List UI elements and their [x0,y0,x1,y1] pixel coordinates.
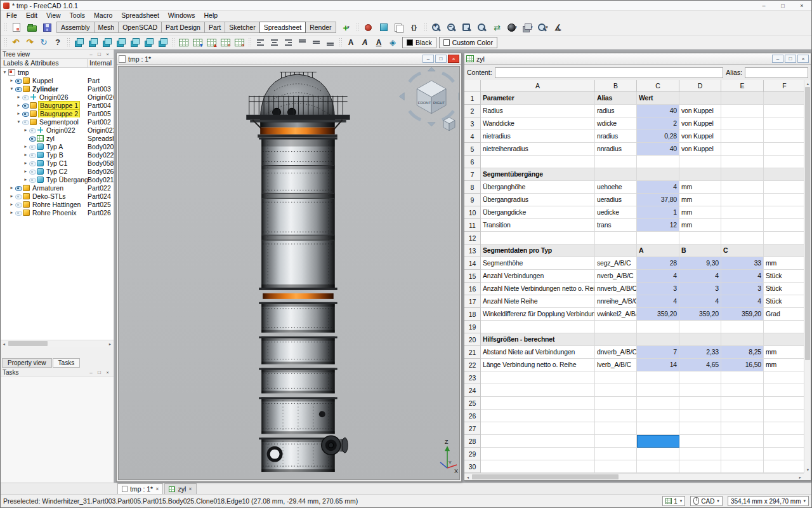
row-header-5[interactable]: 5 [464,143,481,156]
cell-A4[interactable]: nietradius [481,130,595,143]
menu-macro[interactable]: Macro [89,11,117,20]
expand-arrow-icon[interactable]: ▸ [16,110,22,116]
cell-F5[interactable] [764,143,804,156]
cell-F8[interactable] [764,181,804,194]
cell-F17[interactable]: Stück [764,295,804,308]
cell-B29[interactable] [595,448,637,460]
cell-F27[interactable] [764,422,804,435]
minimize-window-button[interactable]: – [754,1,773,10]
cell-C29[interactable] [637,448,679,460]
cell-B18[interactable]: vwinkel2_A/B/C [595,308,637,321]
cell-D14[interactable]: 9,30 [679,257,721,270]
view-top-button[interactable] [100,36,114,49]
view-bottom-button[interactable] [141,36,155,49]
cell-E27[interactable] [721,422,764,435]
measure-button[interactable]: ∡ [551,20,566,34]
tree-item-deko-stls[interactable]: ▸Deko-STLsPart024 [1,192,114,200]
cell-F30[interactable] [764,460,804,473]
expand-arrow-icon[interactable]: ▾ [2,69,8,75]
cell-C7[interactable] [637,168,679,181]
cell-F24[interactable] [764,384,804,397]
cell-A6[interactable] [481,156,595,168]
cell-E17[interactable]: 4 [721,295,764,308]
row-header-14[interactable]: 14 [464,257,481,270]
row-header-27[interactable]: 27 [464,422,481,435]
cell-D13[interactable]: B [679,244,721,257]
cell-E16[interactable]: 3 [721,283,764,295]
cell-A29[interactable] [481,448,595,460]
row-header-21[interactable]: 21 [464,346,481,359]
visibility-eye-icon[interactable] [29,126,36,133]
tree-item-typ-bergang[interactable]: ▸Typ ÜbergangBody021 [1,175,114,184]
expand-arrow-icon[interactable]: ▸ [23,152,29,157]
cell-C14[interactable]: 28 [637,257,679,270]
foreground-color-button[interactable]: Black [402,37,436,48]
cell-F11[interactable] [764,219,804,232]
save-document-button[interactable] [39,20,55,34]
cell-B19[interactable] [595,321,637,333]
new-document-button[interactable] [9,20,24,34]
cell-F7[interactable] [764,168,804,181]
row-header-12[interactable]: 12 [464,232,481,244]
row-header-10[interactable]: 10 [464,206,481,219]
cell-D2[interactable]: von Kuppel [679,105,721,117]
expand-arrow-icon[interactable]: ▸ [23,160,29,166]
cell-D4[interactable]: von Kuppel [679,130,721,143]
toolbar-handle[interactable] [67,37,70,48]
tree-item-baugruppe-1[interactable]: ▸Baugruppe 1Part004 [1,101,114,109]
menu-tools[interactable]: Tools [65,11,90,20]
cell-C12[interactable] [637,232,679,244]
cell-A1[interactable]: Parameter [481,92,595,105]
cell-F25[interactable] [764,397,804,410]
cell-C23[interactable] [637,371,679,384]
cell-F4[interactable] [764,130,804,143]
whats-this-button[interactable]: ? [51,36,65,49]
cell-C24[interactable] [637,384,679,397]
cell-content-input[interactable] [495,67,724,78]
cell-C13[interactable]: A [637,244,679,257]
cell-E7[interactable] [721,168,764,181]
cell-B24[interactable] [595,384,637,397]
toolbar-handle[interactable] [248,37,251,48]
visibility-eye-icon[interactable] [15,209,22,216]
cell-E4[interactable] [721,130,764,143]
toolbar-handle[interactable] [356,22,359,32]
cell-E22[interactable]: 16,50 [721,359,764,371]
row-header-16[interactable]: 16 [464,283,481,295]
undo-button[interactable]: ↶ [9,36,23,49]
grid-corner[interactable] [464,80,481,92]
column-header-C[interactable]: C [637,80,679,92]
navigation-style-combo[interactable]: CAD ▾ [690,496,723,506]
cell-D10[interactable]: mm [679,206,721,219]
align-left-button[interactable] [253,36,267,49]
cell-E26[interactable] [721,410,764,422]
tree-item-tmp[interactable]: ▾tmp [1,68,114,76]
cell-B15[interactable]: nverb_A/B/C [595,270,637,283]
cell-F2[interactable] [764,105,804,117]
cell-A20[interactable]: Hilfsgrößen - berechnet [481,333,595,346]
cell-E25[interactable] [721,397,764,410]
3d-view-titlebar[interactable]: tmp : 1* – □ × [117,53,461,65]
cell-C10[interactable]: 1 [637,206,679,219]
cell-D29[interactable] [679,448,721,460]
cell-E6[interactable] [721,156,764,168]
cell-A21[interactable]: Abstand Niete auf Verbindungen [481,346,595,359]
cell-A11[interactable]: Transition [481,219,595,232]
tree-item-typ-a[interactable]: ▸Typ ABody020 [1,142,114,150]
expand-arrow-icon[interactable]: ▸ [9,77,15,83]
row-header-18[interactable]: 18 [464,308,481,321]
scrollbar-thumb[interactable] [8,341,48,346]
cell-B12[interactable] [595,232,637,244]
dock-close-icon[interactable]: × [103,51,112,57]
cell-B9[interactable]: ueradius [595,194,637,206]
cell-A26[interactable] [481,410,595,422]
row-header-1[interactable]: 1 [464,92,481,105]
cell-A27[interactable] [481,422,595,435]
row-header-2[interactable]: 2 [464,105,481,117]
cell-A25[interactable] [481,397,595,410]
row-header-19[interactable]: 19 [464,321,481,333]
scrollbar-thumb[interactable] [472,474,619,479]
menu-windows[interactable]: Windows [164,11,200,20]
navigation-cube[interactable]: FRONT RIGHT [399,67,459,131]
cell-D25[interactable] [679,397,721,410]
